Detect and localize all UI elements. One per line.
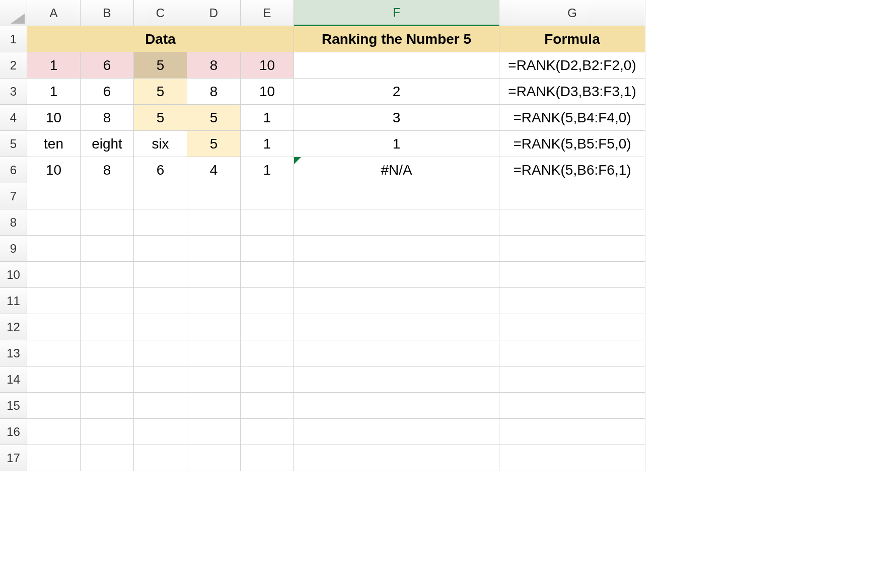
cell-D13[interactable] (187, 340, 241, 366)
cell-G12[interactable] (499, 314, 645, 340)
cell-G14[interactable] (499, 366, 645, 393)
cell-E5[interactable]: 1 (241, 131, 294, 157)
col-header-B[interactable]: B (81, 0, 134, 26)
cell-A7[interactable] (27, 183, 81, 209)
row-header-14[interactable]: 14 (0, 366, 27, 393)
cell-E16[interactable] (241, 419, 294, 445)
header-formula[interactable]: Formula (499, 26, 645, 52)
cell-E12[interactable] (241, 314, 294, 340)
cell-E7[interactable] (241, 183, 294, 209)
cell-B4[interactable]: 8 (81, 105, 134, 131)
cell-F10[interactable] (294, 262, 499, 288)
cell-A15[interactable] (27, 393, 81, 419)
cell-A5[interactable]: ten (27, 131, 81, 157)
cell-C16[interactable] (134, 419, 187, 445)
row-header-1[interactable]: 1 (0, 26, 27, 52)
row-header-11[interactable]: 11 (0, 288, 27, 314)
cell-A3[interactable]: 1 (27, 79, 81, 105)
header-ranking[interactable]: Ranking the Number 5 (294, 26, 499, 52)
cell-F14[interactable] (294, 366, 499, 393)
row-header-7[interactable]: 7 (0, 183, 27, 209)
cell-F16[interactable] (294, 419, 499, 445)
cell-D3[interactable]: 8 (187, 79, 241, 105)
error-indicator-icon[interactable] (294, 157, 301, 164)
cell-G4[interactable]: =RANK(5,B4:F4,0) (499, 105, 645, 131)
cell-A12[interactable] (27, 314, 81, 340)
cell-D7[interactable] (187, 183, 241, 209)
cell-C17[interactable] (134, 445, 187, 471)
col-header-F[interactable]: F (294, 0, 499, 26)
cell-C5[interactable]: six (134, 131, 187, 157)
cell-C13[interactable] (134, 340, 187, 366)
cell-F11[interactable] (294, 288, 499, 314)
cell-A9[interactable] (27, 236, 81, 262)
cell-D17[interactable] (187, 445, 241, 471)
cell-B9[interactable] (81, 236, 134, 262)
row-header-5[interactable]: 5 (0, 131, 27, 157)
cell-G7[interactable] (499, 183, 645, 209)
cell-F17[interactable] (294, 445, 499, 471)
cell-E2[interactable]: 10 (241, 52, 294, 79)
row-header-16[interactable]: 16 (0, 419, 27, 445)
cell-E4[interactable]: 1 (241, 105, 294, 131)
cell-D15[interactable] (187, 393, 241, 419)
cell-C14[interactable] (134, 366, 187, 393)
cell-C8[interactable] (134, 209, 187, 236)
cell-B3[interactable]: 6 (81, 79, 134, 105)
cell-A14[interactable] (27, 366, 81, 393)
cell-D12[interactable] (187, 314, 241, 340)
cell-B8[interactable] (81, 209, 134, 236)
row-header-6[interactable]: 6 (0, 157, 27, 183)
cell-C9[interactable] (134, 236, 187, 262)
cell-G15[interactable] (499, 393, 645, 419)
cell-A8[interactable] (27, 209, 81, 236)
cell-C3[interactable]: 5 (134, 79, 187, 105)
cell-F7[interactable] (294, 183, 499, 209)
cell-A2[interactable]: 1 (27, 52, 81, 79)
cell-B2[interactable]: 6 (81, 52, 134, 79)
cell-B5[interactable]: eight (81, 131, 134, 157)
cell-E13[interactable] (241, 340, 294, 366)
cell-C11[interactable] (134, 288, 187, 314)
cell-D8[interactable] (187, 209, 241, 236)
cell-E11[interactable] (241, 288, 294, 314)
cell-E8[interactable] (241, 209, 294, 236)
cell-D4[interactable]: 5 (187, 105, 241, 131)
cell-B17[interactable] (81, 445, 134, 471)
cell-F9[interactable] (294, 236, 499, 262)
cell-E9[interactable] (241, 236, 294, 262)
cell-G10[interactable] (499, 262, 645, 288)
cell-F15[interactable] (294, 393, 499, 419)
cell-B13[interactable] (81, 340, 134, 366)
cell-B14[interactable] (81, 366, 134, 393)
cell-E14[interactable] (241, 366, 294, 393)
col-header-E[interactable]: E (241, 0, 294, 26)
cell-D9[interactable] (187, 236, 241, 262)
cell-B6[interactable]: 8 (81, 157, 134, 183)
cell-B7[interactable] (81, 183, 134, 209)
cell-G16[interactable] (499, 419, 645, 445)
cell-G6[interactable]: =RANK(5,B6:F6,1) (499, 157, 645, 183)
row-header-12[interactable]: 12 (0, 314, 27, 340)
row-header-9[interactable]: 9 (0, 236, 27, 262)
cell-F12[interactable] (294, 314, 499, 340)
cell-C15[interactable] (134, 393, 187, 419)
cell-G2[interactable]: =RANK(D2,B2:F2,0) (499, 52, 645, 79)
cell-G8[interactable] (499, 209, 645, 236)
cell-B15[interactable] (81, 393, 134, 419)
cell-F5[interactable]: 1 (294, 131, 499, 157)
row-header-3[interactable]: 3 (0, 79, 27, 105)
cell-C6[interactable]: 6 (134, 157, 187, 183)
cell-A6[interactable]: 10 (27, 157, 81, 183)
cell-G5[interactable]: =RANK(5,B5:F5,0) (499, 131, 645, 157)
cell-C12[interactable] (134, 314, 187, 340)
cell-D14[interactable] (187, 366, 241, 393)
cell-B11[interactable] (81, 288, 134, 314)
cell-F4[interactable]: 3 (294, 105, 499, 131)
cell-C2[interactable]: 5 (134, 52, 187, 79)
cell-E6[interactable]: 1 (241, 157, 294, 183)
row-header-17[interactable]: 17 (0, 445, 27, 471)
cell-E15[interactable] (241, 393, 294, 419)
cell-A10[interactable] (27, 262, 81, 288)
cell-F8[interactable] (294, 209, 499, 236)
